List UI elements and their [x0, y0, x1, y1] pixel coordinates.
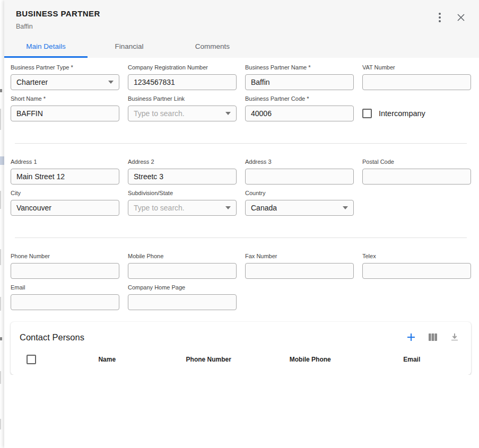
contact-persons-card: Contact Persons — [11, 322, 471, 375]
company-home-page-input[interactable] — [128, 294, 237, 310]
close-icon[interactable] — [456, 12, 466, 23]
section-divider — [15, 238, 467, 238]
postal-code-label: Postal Code — [362, 159, 471, 165]
business-partner-modal: BUSINESS PARTNER Baffin Main Details Fin… — [4, 0, 479, 448]
download-icon[interactable] — [449, 331, 460, 343]
address-3-label: Address 3 — [245, 159, 354, 165]
intercompany-label: Intercompany — [379, 109, 425, 118]
add-contact-icon[interactable] — [405, 331, 417, 343]
column-header-name: Name — [56, 356, 158, 363]
business-partner-code-label: Business Partner Code * — [245, 95, 354, 102]
contact-info-section: Phone Number Mobile Phone Fax Number Tel… — [11, 253, 471, 315]
address-3-field: Address 3 — [245, 159, 354, 185]
business-partner-code-input[interactable] — [245, 106, 354, 121]
mobile-phone-label: Mobile Phone — [128, 253, 237, 260]
mobile-phone-field: Mobile Phone — [128, 253, 237, 279]
email-input[interactable] — [11, 294, 119, 310]
mobile-phone-input[interactable] — [128, 263, 237, 279]
country-field: Country Canada — [245, 190, 354, 216]
subdivision-state-placeholder: Type to search. — [134, 204, 185, 212]
telex-input[interactable] — [362, 263, 471, 279]
chevron-down-icon — [343, 206, 348, 209]
contact-persons-table-header: Name Phone Number Mobile Phone Email — [11, 346, 471, 372]
business-partner-link-placeholder: Type to search. — [134, 109, 185, 118]
chevron-down-icon — [225, 206, 231, 209]
email-field: Email — [11, 284, 119, 310]
subdivision-state-select[interactable]: Type to search. — [128, 200, 237, 216]
empty-area — [11, 375, 471, 441]
city-input[interactable] — [11, 200, 119, 216]
subdivision-state-field: Subdivision/State Type to search. — [128, 190, 237, 216]
business-partner-name-label: Business Partner Name * — [245, 64, 354, 71]
contact-persons-title: Contact Persons — [20, 332, 84, 342]
tab-main-details[interactable]: Main Details — [4, 37, 88, 58]
modal-header: BUSINESS PARTNER Baffin Main Details Fin… — [4, 0, 479, 58]
address-2-input[interactable] — [128, 169, 237, 185]
country-label: Country — [245, 190, 354, 197]
intercompany-field: Intercompany — [362, 106, 471, 121]
vat-number-field: VAT Number — [362, 64, 471, 90]
tab-bar: Main Details Financial Comments — [4, 37, 479, 58]
business-partner-type-select[interactable]: Charterer — [11, 74, 119, 90]
business-partner-code-field: Business Partner Code * — [245, 95, 354, 121]
business-partner-type-value: Charterer — [16, 78, 48, 86]
kebab-menu-icon[interactable] — [438, 12, 442, 23]
address-2-field: Address 2 — [128, 159, 237, 185]
country-value: Canada — [251, 204, 277, 212]
city-label: City — [11, 190, 119, 197]
address-1-label: Address 1 — [11, 159, 119, 165]
short-name-input[interactable] — [11, 106, 119, 121]
page-title: BUSINESS PARTNER — [16, 9, 100, 18]
business-partner-name-field: Business Partner Name * — [245, 64, 354, 90]
phone-number-input[interactable] — [11, 263, 119, 279]
page-subtitle: Baffin — [16, 23, 100, 30]
intercompany-checkbox[interactable] — [362, 109, 372, 118]
vat-number-input[interactable] — [362, 74, 471, 90]
main-details-form: Business Partner Type * Charterer Compan… — [4, 58, 479, 448]
city-field: City — [11, 190, 119, 216]
chevron-down-icon — [225, 112, 231, 115]
vat-number-label: VAT Number — [362, 64, 471, 71]
company-registration-number-label: Company Registration Number — [128, 64, 237, 71]
fax-number-field: Fax Number — [245, 253, 354, 279]
address-3-input[interactable] — [245, 169, 354, 185]
business-partner-name-input[interactable] — [245, 74, 354, 90]
business-partner-link-field: Business Partner Link Type to search. — [128, 95, 237, 121]
company-home-page-label: Company Home Page — [128, 284, 237, 291]
address-2-label: Address 2 — [128, 159, 237, 165]
tab-comments[interactable]: Comments — [171, 37, 254, 58]
column-header-phone-number: Phone Number — [158, 356, 260, 363]
short-name-field: Short Name * — [11, 95, 119, 121]
column-header-email: Email — [361, 356, 463, 363]
business-partner-type-field: Business Partner Type * Charterer — [11, 64, 119, 90]
business-partner-link-label: Business Partner Link — [128, 95, 237, 102]
chevron-down-icon — [108, 81, 114, 84]
background-page-edge — [0, 0, 4, 448]
identity-section: Business Partner Type * Charterer Compan… — [11, 64, 471, 127]
business-partner-type-label: Business Partner Type * — [11, 64, 119, 71]
telex-label: Telex — [362, 253, 471, 260]
postal-code-input[interactable] — [362, 169, 471, 185]
empty-grid-cell — [362, 190, 471, 216]
telex-field: Telex — [362, 253, 471, 279]
tab-financial[interactable]: Financial — [88, 37, 171, 58]
address-section: Address 1 Address 2 Address 3 Postal Cod… — [11, 159, 471, 221]
subdivision-state-label: Subdivision/State — [128, 190, 237, 197]
section-divider — [15, 143, 467, 144]
company-registration-number-field: Company Registration Number — [128, 64, 237, 90]
country-select[interactable]: Canada — [245, 200, 354, 216]
phone-number-label: Phone Number — [11, 253, 119, 260]
postal-code-field: Postal Code — [362, 159, 471, 185]
email-label: Email — [11, 284, 119, 291]
fax-number-label: Fax Number — [245, 253, 354, 260]
short-name-label: Short Name * — [11, 95, 119, 102]
company-home-page-field: Company Home Page — [128, 284, 237, 310]
business-partner-link-select[interactable]: Type to search. — [128, 106, 237, 121]
address-1-input[interactable] — [11, 169, 119, 185]
column-settings-icon[interactable] — [427, 331, 439, 343]
address-1-field: Address 1 — [11, 159, 119, 185]
company-registration-number-input[interactable] — [128, 74, 237, 90]
select-all-checkbox[interactable] — [27, 355, 36, 364]
fax-number-input[interactable] — [245, 263, 354, 279]
phone-number-field: Phone Number — [11, 253, 119, 279]
